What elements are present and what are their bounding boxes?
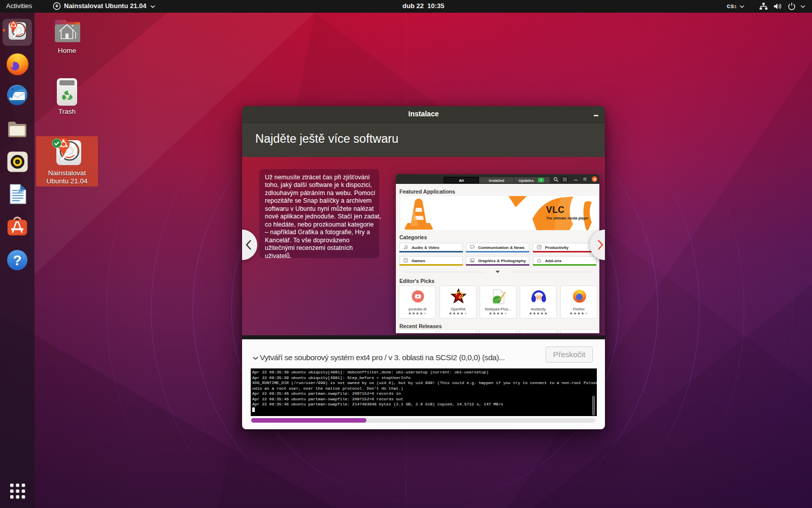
- svg-text:?: ?: [13, 252, 21, 268]
